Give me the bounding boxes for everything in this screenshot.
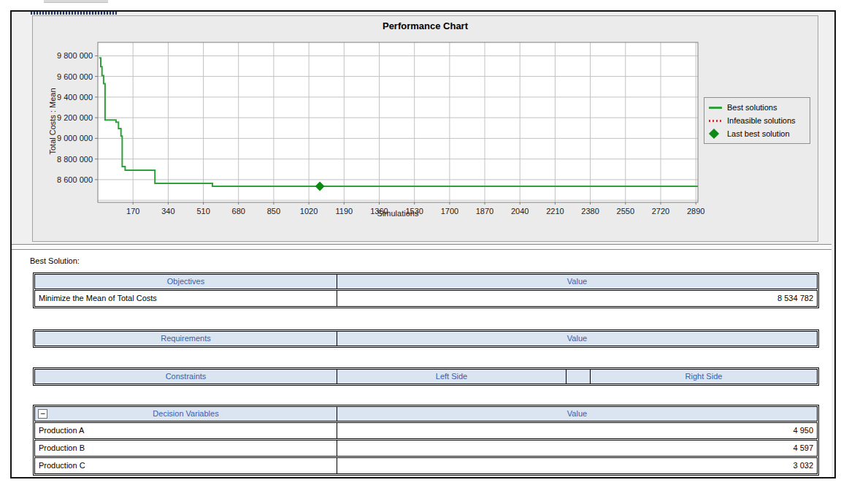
svg-text:9 400 000: 9 400 000	[57, 93, 93, 102]
legend-item-last-best-solution: Last best solution	[709, 127, 810, 140]
objectives-value-header: Value	[337, 275, 817, 289]
svg-text:9 200 000: 9 200 000	[57, 113, 93, 122]
x-axis-label: Simulations	[98, 209, 698, 218]
variable-name: Production C	[35, 458, 337, 473]
variable-value: 4 950	[337, 423, 817, 438]
variable-name: Production A	[35, 423, 337, 438]
requirements-table: Requirements Value	[33, 329, 819, 348]
svg-text:9 800 000: 9 800 000	[57, 51, 93, 60]
optimization-results-window: Performance Chart Total Costs : Mean 170…	[0, 0, 868, 488]
svg-text:8 800 000: 8 800 000	[57, 155, 93, 164]
decision-variables-header: Decision Variables	[153, 409, 218, 418]
performance-chart-plot: 1703405106808501020119013601530170018702…	[33, 16, 818, 241]
legend-item-infeasible-solutions: Infeasible solutions	[709, 114, 810, 127]
best-solution-section: Best Solution: Objectives Value Minimize…	[12, 250, 831, 477]
objectives-table: Objectives Value Minimize the Mean of To…	[33, 272, 819, 308]
horizontal-splitter[interactable]	[12, 244, 831, 250]
line-swatch-icon	[709, 107, 724, 109]
performance-chart-panel: Performance Chart Total Costs : Mean 170…	[32, 15, 818, 242]
variable-value: 4 597	[337, 441, 817, 456]
decision-variables-value-header: Value	[337, 407, 817, 421]
svg-text:9 600 000: 9 600 000	[57, 72, 93, 81]
constraints-header-row: Constraints Left Side Right Side	[34, 369, 818, 384]
pane-grip-handle[interactable]	[31, 12, 117, 15]
table-row: Production B 4 597	[34, 440, 818, 457]
objectives-header-row: Objectives Value	[34, 274, 818, 289]
table-row: Production C 3 032	[34, 457, 818, 474]
right-side-header: Right Side	[591, 370, 817, 384]
requirements-header-row: Requirements Value	[34, 331, 818, 346]
table-row: Production A 4 950	[34, 422, 818, 439]
objectives-header: Objectives	[35, 275, 337, 289]
objective-value: 8 534 782	[337, 291, 817, 306]
objective-name: Minimize the Mean of Total Costs	[35, 291, 337, 306]
constraints-header: Constraints	[35, 370, 337, 384]
chart-legend: Best solutions Infeasible solutions Last…	[704, 97, 810, 144]
decision-variables-header-row: − Decision Variables Value	[34, 406, 818, 422]
legend-item-best-solutions: Best solutions	[709, 101, 810, 114]
decision-variables-header-cell: − Decision Variables	[35, 407, 337, 421]
constraints-spacer-header	[566, 370, 591, 384]
collapse-button[interactable]: −	[38, 409, 47, 419]
constraints-table: Constraints Left Side Right Side	[33, 367, 819, 386]
dotted-line-swatch-icon	[709, 120, 724, 122]
svg-text:8 600 000: 8 600 000	[57, 175, 93, 184]
svg-text:9 000 000: 9 000 000	[57, 134, 93, 142]
variable-name: Production B	[35, 441, 337, 456]
window-edge-artifact	[44, 0, 108, 3]
diamond-swatch-icon	[709, 130, 724, 137]
table-row: Minimize the Mean of Total Costs 8 534 7…	[34, 290, 818, 307]
decision-variables-table: − Decision Variables Value Production A …	[33, 405, 819, 476]
variable-value: 3 032	[337, 458, 817, 473]
requirements-value-header: Value	[337, 332, 817, 346]
left-side-header: Left Side	[337, 370, 566, 384]
results-frame: Performance Chart Total Costs : Mean 170…	[10, 10, 836, 479]
best-solution-label: Best Solution:	[30, 256, 80, 265]
requirements-header: Requirements	[35, 332, 337, 346]
